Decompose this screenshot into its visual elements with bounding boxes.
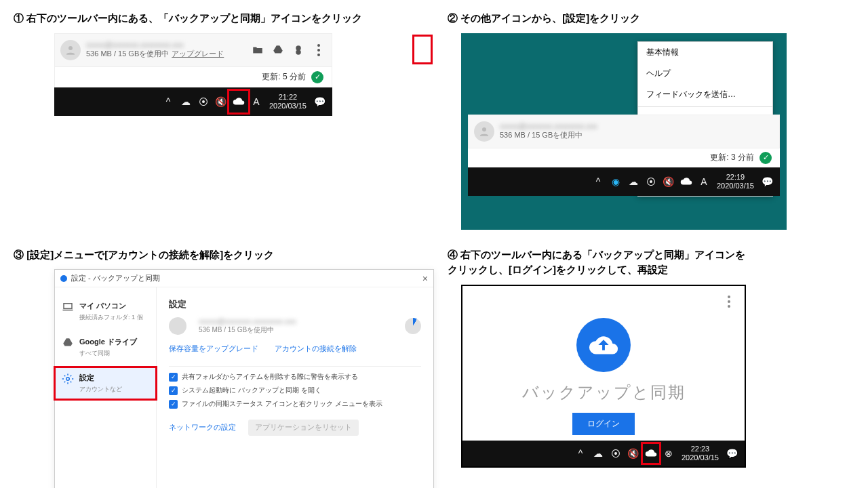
checkbox-checked-icon[interactable]: ✓: [169, 386, 178, 395]
upgrade-storage-link[interactable]: 保存容量をアップグレード: [169, 344, 258, 354]
highlight-more-menu: [412, 35, 433, 64]
menu-feedback[interactable]: フィードバックを送信…: [638, 84, 772, 105]
ime-icon[interactable]: A: [698, 176, 710, 188]
chk1-label: 共有フォルダからアイテムを削除する際に警告を表示する: [182, 372, 358, 382]
more-menu-icon[interactable]: [722, 291, 736, 312]
action-center-icon[interactable]: 💬: [761, 176, 773, 188]
onedrive-icon[interactable]: ☁: [627, 176, 639, 188]
settings-window: 設定 - バックアップと同期 × マイ パソコン接続済みフォルダ: 1 個 Go…: [54, 269, 434, 488]
updated-text: 更新: 5 分前: [262, 71, 306, 83]
panel-heading: 設定: [169, 298, 421, 310]
synced-check-icon: ✓: [760, 152, 772, 164]
clock-date: 2020/03/15: [682, 453, 719, 462]
side-mypc[interactable]: マイ パソコン接続済みフォルダ: 1 個: [55, 296, 156, 327]
s1-account-bar: xxxxx@xxxxxxx.xxxxxxxx.xxx 536 MB / 15 G…: [54, 33, 332, 67]
updated-text: 更新: 3 分前: [710, 152, 754, 163]
avatar-icon: [169, 317, 186, 335]
volume-mute-icon[interactable]: 🔇: [215, 96, 227, 108]
storage-line: 536 MB / 15 GBを使用中アップグレード: [86, 49, 250, 59]
storage-line: 536 MB / 15 GBを使用中: [500, 130, 774, 140]
checkbox-checked-icon[interactable]: ✓: [169, 373, 178, 382]
side-gdrive[interactable]: Google ドライブすべて同期: [55, 331, 156, 363]
disconnect-account-link[interactable]: アカウントの接続を解除: [275, 344, 357, 354]
error-x-icon[interactable]: ⊗: [663, 447, 675, 460]
taskbar: ^ ☁ ⦿ 🔇 A 21:22 2020/03/15 💬: [54, 87, 332, 116]
clock-time: 22:23: [691, 445, 710, 453]
menu-info[interactable]: 基本情報: [638, 42, 772, 63]
upgrade-link[interactable]: アップグレード: [172, 49, 224, 58]
chevron-up-icon[interactable]: ^: [592, 176, 604, 188]
action-center-icon[interactable]: 💬: [726, 447, 738, 460]
side-settings[interactable]: 設定アカウントなど: [55, 367, 156, 399]
wifi-icon[interactable]: ⦿: [197, 96, 210, 108]
svg-point-3: [66, 378, 70, 381]
chevron-up-icon[interactable]: ^: [162, 96, 174, 108]
account-email-blurred: xxxxx@xxxxxxx.xxxxxxxx.xxx: [500, 122, 774, 130]
backup-sync-cloud-icon[interactable]: [645, 447, 657, 460]
reset-app-button: アプリケーションをリセット: [248, 420, 359, 436]
drive-icon: [62, 337, 74, 349]
clock-date: 2020/03/15: [269, 102, 307, 110]
onedrive-icon[interactable]: ☁: [592, 447, 604, 460]
step3-caption: ③ [設定]メニューで[アカウントの接続を解除]をクリック: [14, 247, 434, 263]
cloud-upload-icon: [576, 318, 631, 372]
folder-icon[interactable]: [250, 43, 265, 58]
clock-date: 2020/03/15: [717, 182, 754, 190]
synced-check-icon: ✓: [311, 71, 323, 83]
svg-point-1: [482, 127, 486, 131]
action-center-icon[interactable]: 💬: [313, 96, 326, 108]
volume-mute-icon[interactable]: 🔇: [627, 447, 639, 460]
svg-rect-2: [64, 304, 72, 309]
avatar-icon: [474, 121, 494, 142]
step4-caption: ④ 右下のツールバー内にある「バックアップと同期」アイコンを クリックし、[ログ…: [448, 247, 868, 278]
chk2-label: システム起動時に バックアップと同期 を開く: [182, 386, 321, 395]
app-icon: [60, 275, 67, 282]
onedrive-icon[interactable]: ☁: [180, 96, 192, 108]
gear-icon: [62, 373, 74, 385]
laptop-icon: [62, 301, 74, 313]
wifi-icon[interactable]: ⦿: [610, 447, 622, 460]
clock-time: 22:19: [726, 173, 745, 181]
avatar-icon: [60, 40, 81, 60]
s2-account-bar: xxxxx@xxxxxxx.xxxxxxxx.xxx 536 MB / 15 G…: [468, 115, 780, 148]
account-email-blurred: xxxxx@xxxxxxx.xxxxxxxx.xxx: [199, 317, 296, 325]
svg-point-0: [68, 46, 73, 50]
account-email-blurred: xxxxx@xxxxxxx.xxxxxxxx.xxx: [86, 41, 250, 49]
window-title: 設定 - バックアップと同期: [71, 273, 160, 283]
login-button[interactable]: ログイン: [572, 413, 635, 435]
wifi-icon[interactable]: ⦿: [645, 176, 657, 188]
checkbox-checked-icon[interactable]: ✓: [169, 400, 178, 409]
step1-caption: ① 右下のツールバー内にある、「バックアップと同期」アイコンをクリック: [14, 11, 434, 26]
taskbar: ^ ◉ ☁ ⦿ 🔇 A 22:19 2020/03/15 💬: [468, 167, 780, 196]
backup-sync-cloud-icon[interactable]: [680, 176, 692, 188]
more-menu-icon[interactable]: [311, 40, 326, 60]
storage-line: 536 MB / 15 GBを使用中: [199, 325, 296, 335]
chevron-up-icon[interactable]: ^: [574, 447, 587, 460]
clock-time: 21:22: [279, 93, 298, 101]
location-icon[interactable]: ◉: [610, 176, 622, 188]
ime-icon[interactable]: A: [250, 96, 262, 108]
taskbar: ^ ☁ ⦿ 🔇 ⊗ 22:23 2020/03/15 💬: [462, 441, 745, 466]
photos-icon[interactable]: [291, 43, 306, 58]
menu-help[interactable]: ヘルプ: [638, 63, 772, 84]
backup-sync-cloud-icon[interactable]: [233, 96, 245, 108]
close-icon[interactable]: ×: [422, 273, 428, 284]
app-title: バックアップと同期: [522, 382, 686, 403]
step2-caption: ② その他アイコンから、[設定]をクリック: [448, 11, 868, 26]
drive-icon[interactable]: [271, 43, 285, 58]
chk3-label: ファイルの同期ステータス アイコンと右クリック メニューを表示: [182, 399, 382, 409]
storage-pie-icon: [405, 318, 421, 334]
volume-mute-icon[interactable]: 🔇: [663, 176, 675, 188]
network-settings-link[interactable]: ネットワークの設定: [169, 423, 236, 432]
